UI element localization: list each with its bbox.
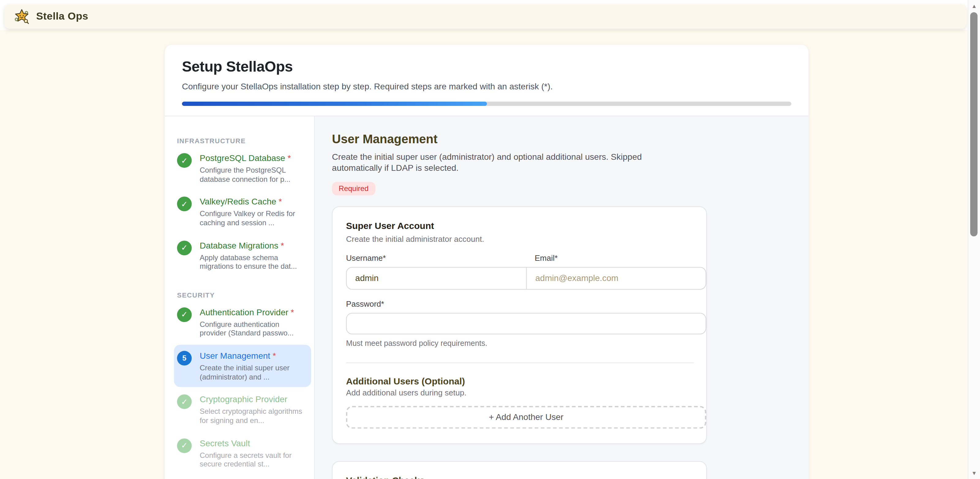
step-title: Cryptographic Provider (200, 395, 287, 404)
super-user-card: Super User Account Create the initial ad… (332, 206, 706, 444)
check-icon: ✓ (177, 438, 192, 453)
additional-users-title: Additional Users (Optional) (346, 376, 706, 386)
stella-ops-logo-icon (13, 8, 30, 25)
step-title: Secrets Vault (200, 438, 250, 448)
required-asterisk: * (285, 153, 291, 163)
username-input[interactable] (347, 267, 526, 289)
scrollbar-thumb[interactable] (970, 12, 978, 236)
sidebar-item-secrets-vault[interactable]: ✓Secrets VaultConfigure a secrets vault … (174, 432, 311, 474)
check-icon: ✓ (177, 240, 192, 255)
step-short-description: Select cryptographic algorithms for sign… (200, 407, 305, 425)
step-short-description: Configure authentication provider (Stand… (200, 320, 305, 338)
step-number-badge: 5 (177, 351, 192, 366)
username-label: Username* (346, 253, 526, 263)
check-icon: ✓ (177, 307, 192, 322)
wizard-title: Setup StellaOps (182, 58, 791, 75)
sidebar-section-label-security: SECURITY (177, 291, 305, 299)
step-title: Database Migrations * (200, 240, 284, 250)
brand-name: Stella Ops (36, 10, 88, 23)
step-title: PostgreSQL Database * (200, 153, 291, 163)
check-icon: ✓ (177, 197, 192, 212)
validation-checks-title: Validation Checks (346, 475, 706, 479)
step-short-description: Configure the PostgreSQL database connec… (200, 166, 305, 184)
username-email-input-group (346, 267, 706, 290)
super-user-card-subtitle: Create the initial administrator account… (346, 234, 706, 243)
steps-sidebar: INFRASTRUCTURE✓PostgreSQL Database *Conf… (165, 116, 315, 479)
section-divider (346, 362, 694, 363)
vertical-scrollbar[interactable]: ▲ ▼ (968, 0, 980, 479)
check-icon: ✓ (177, 395, 192, 409)
setup-progress-bar (182, 102, 791, 106)
add-another-user-button[interactable]: + Add Another User (346, 406, 706, 428)
scrollbar-down-arrow-icon[interactable]: ▼ (968, 469, 980, 477)
step-description: Create the initial super user (administr… (332, 151, 667, 174)
super-user-card-title: Super User Account (346, 220, 706, 231)
validation-checks-card: Validation Checks -existsCheck passed (332, 461, 706, 479)
step-short-description: Apply database schema migrations to ensu… (200, 253, 305, 271)
step-title: Authentication Provider * (200, 307, 294, 317)
required-asterisk: * (288, 307, 294, 317)
sidebar-item-valkey-redis-cache[interactable]: ✓Valkey/Redis Cache *Configure Valkey or… (174, 191, 311, 233)
app-viewport: Stella Ops Setup StellaOps Configure you… (0, 0, 980, 479)
step-short-description: Configure a secrets vault for secure cre… (200, 451, 305, 469)
top-bar: Stella Ops (4, 4, 967, 29)
scrollbar-up-arrow-icon[interactable]: ▲ (968, 2, 980, 10)
required-badge: Required (332, 182, 375, 195)
sidebar-item-database-migrations[interactable]: ✓Database Migrations *Apply database sch… (174, 234, 311, 277)
setup-progress-fill (182, 102, 487, 106)
setup-wizard-card: Setup StellaOps Configure your StellaOps… (165, 45, 808, 479)
step-short-description: Configure Valkey or Redis for caching an… (200, 210, 305, 228)
step-short-description: Create the initial super user (administr… (200, 364, 305, 382)
step-title: User Management * (200, 351, 276, 361)
sidebar-item-user-management[interactable]: 5User Management *Create the initial sup… (174, 345, 311, 387)
required-asterisk: * (270, 351, 276, 361)
check-icon: ✓ (177, 153, 192, 168)
wizard-subtitle: Configure your StellaOps installation st… (182, 81, 791, 91)
required-asterisk: * (276, 197, 282, 207)
sidebar-section-label-infrastructure: INFRASTRUCTURE (177, 137, 305, 145)
password-label: Password* (346, 299, 706, 309)
required-asterisk: * (278, 240, 284, 250)
wizard-header: Setup StellaOps Configure your StellaOps… (165, 45, 808, 116)
email-label: Email* (526, 253, 706, 263)
password-help-text: Must meet password policy requirements. (346, 339, 706, 348)
step-title: Valkey/Redis Cache * (200, 197, 282, 207)
additional-users-subtitle: Add additional users during setup. (346, 388, 706, 397)
step-title: User Management (332, 132, 791, 146)
step-content-pane: User Management Create the initial super… (315, 116, 808, 479)
password-input[interactable] (346, 313, 706, 334)
sidebar-item-cryptographic-provider[interactable]: ✓Cryptographic ProviderSelect cryptograp… (174, 388, 311, 431)
sidebar-item-postgresql-database[interactable]: ✓PostgreSQL Database *Configure the Post… (174, 147, 311, 189)
email-input[interactable] (526, 267, 706, 289)
sidebar-item-authentication-provider[interactable]: ✓Authentication Provider *Configure auth… (174, 301, 311, 344)
